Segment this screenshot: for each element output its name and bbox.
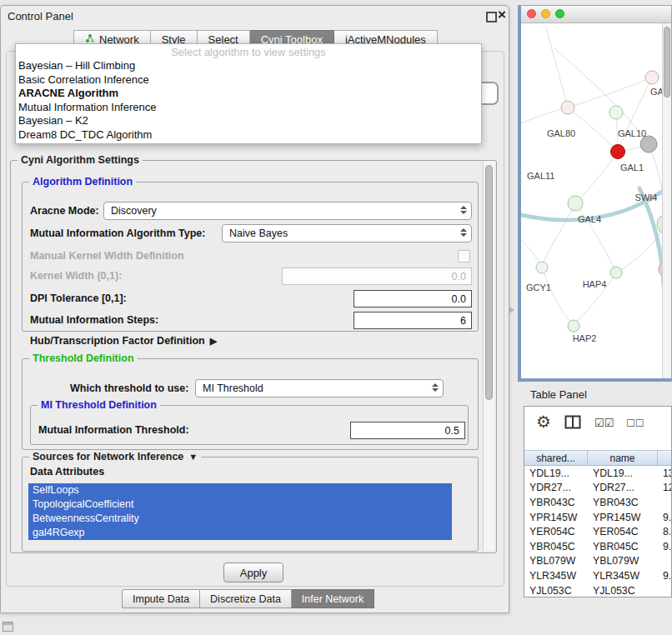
node-hub-gray[interactable]	[640, 136, 657, 152]
manual-kernel-width-checkbox	[458, 250, 470, 262]
node-selected-red[interactable]	[611, 145, 625, 159]
mi-threshold-label: Mutual Information Threshold:	[38, 421, 189, 439]
settings-scrollbar-thumb[interactable]	[485, 165, 493, 400]
network-scrollbar-thumb[interactable]	[664, 27, 670, 98]
close-icon[interactable]: ×	[498, 8, 506, 22]
cell-shared: YJL053C	[524, 583, 588, 597]
network-window-titlebar[interactable]	[521, 6, 671, 23]
node[interactable]	[536, 262, 548, 273]
cell-shared: YLR345W	[524, 568, 588, 583]
cell-value: 13	[658, 466, 671, 481]
table-row[interactable]: YBL079WYBL079W	[524, 554, 671, 569]
algorithm-option[interactable]: Mutual Information Inference	[16, 101, 481, 115]
dropdown-placeholder: Select algorithm to view settings	[16, 46, 481, 59]
splitpane-handle[interactable]	[509, 307, 514, 313]
network-scrollbar[interactable]	[662, 23, 671, 378]
attribute-item[interactable]: gal4RGexp	[28, 526, 452, 540]
selected-value: MI Threshold	[203, 382, 263, 394]
node[interactable]	[645, 71, 659, 84]
settings-scrollbar[interactable]	[483, 161, 494, 551]
which-threshold-select[interactable]: MI Threshold	[195, 379, 444, 398]
node[interactable]	[568, 320, 579, 332]
dpi-tolerance-field[interactable]: 0.0	[354, 290, 472, 308]
cell-shared: YDR27...	[524, 481, 588, 496]
column-header-name[interactable]: name	[588, 451, 658, 465]
mi-algorithm-type-select[interactable]: Naive Bayes	[222, 224, 472, 242]
zoom-traffic-light[interactable]	[555, 9, 564, 18]
selected-value: Naive Bayes	[229, 228, 288, 239]
mi-steps-field[interactable]: 6	[354, 312, 472, 329]
attribute-item[interactable]: BetweennessCentrality	[28, 512, 452, 526]
aracne-mode-select[interactable]: Discovery	[103, 202, 472, 220]
node-label: GAL11	[527, 171, 554, 181]
manual-kernel-width-label: Manual Kernel Width Definition	[30, 247, 184, 265]
cell-value: 9.	[658, 510, 671, 525]
node[interactable]	[609, 106, 623, 119]
cell-value: 12	[658, 481, 671, 496]
table-row[interactable]: YBR045CYBR045C9.	[524, 539, 671, 554]
node-label: HAP4	[583, 279, 607, 289]
table-row[interactable]: YJL053CYJL053C	[524, 583, 671, 597]
node[interactable]	[561, 101, 574, 114]
minimize-traffic-light[interactable]	[541, 9, 550, 18]
table-panel-window: ⚙ ☑☑ ☐☐ shared... name YDL19...YDL19...1…	[524, 406, 672, 598]
attribute-item[interactable]: SelfLoops	[28, 483, 452, 498]
tab-impute-data[interactable]: Impute Data	[122, 589, 200, 608]
table-row[interactable]: YER054CYER054C8.	[524, 524, 671, 539]
data-attributes-list: SelfLoops TopologicalCoefficient Between…	[28, 483, 452, 540]
table-row[interactable]: YDR27...YDR27...12	[524, 481, 671, 496]
cell-shared: YER054C	[524, 524, 588, 539]
table-row[interactable]: YBR043CYBR043C	[524, 495, 671, 510]
control-panel-title: Control Panel	[8, 10, 73, 22]
cell-name: YDR27...	[588, 481, 658, 496]
cell-shared: YDL19...	[524, 466, 588, 481]
node-label: GAL1	[620, 162, 644, 172]
close-traffic-light[interactable]	[527, 9, 536, 18]
kernel-width-label: Kernel Width (0,1):	[30, 267, 122, 285]
cell-shared: YBR043C	[524, 495, 588, 510]
columns-icon[interactable]	[564, 415, 581, 432]
float-window-icon[interactable]	[486, 12, 497, 22]
network-view-window: GAL80 GAL10 GAL11 GAL1 SWI4 GAL4 GCY1 HA…	[518, 5, 672, 382]
combo-stepper-icon	[460, 206, 467, 214]
group-title: Cyni Algorithm Settings	[18, 154, 143, 166]
hub-transcription-factor-expander[interactable]: Hub/Transcription Factor Definition ▶	[30, 335, 217, 347]
mi-threshold-field[interactable]: 0.5	[350, 422, 465, 439]
algorithm-option[interactable]: Basic Correlation Inference	[16, 73, 481, 88]
column-header-partial[interactable]	[658, 451, 671, 465]
algorithm-option[interactable]: Bayesian – Hill Climbing	[16, 59, 481, 73]
table-panel-title: Table Panel	[530, 388, 587, 401]
apply-button[interactable]: Apply	[223, 562, 283, 582]
tab-discretize-data[interactable]: Discretize Data	[200, 589, 292, 608]
node[interactable]	[568, 196, 583, 211]
cell-name: YDL19...	[588, 466, 658, 481]
mi-algorithm-type-label: Mutual Information Algorithm Type:	[30, 224, 205, 242]
network-canvas[interactable]: GAL80 GAL10 GAL11 GAL1 SWI4 GAL4 GCY1 HA…	[521, 23, 662, 378]
window-grip-icon[interactable]	[3, 622, 13, 632]
attribute-item[interactable]: TopologicalCoefficient	[28, 498, 452, 512]
unchecked-pair-icon[interactable]: ☐☐	[626, 418, 644, 429]
cell-value	[658, 583, 671, 597]
algorithm-option[interactable]: Dream8 DC_TDC Algorithm	[16, 128, 481, 142]
checked-pair-icon[interactable]: ☑☑	[594, 417, 614, 429]
aracne-mode-label: Aracne Mode:	[30, 202, 99, 220]
kernel-width-field: 0.0	[282, 268, 472, 285]
which-threshold-label: Which threshold to use:	[70, 379, 188, 398]
node-label: GAL4	[578, 214, 601, 224]
table-row[interactable]: YPR145WYPR145W9.	[524, 510, 671, 525]
tab-infer-network[interactable]: Infer Network	[292, 589, 374, 608]
algorithm-option[interactable]: Bayesian – K2	[16, 114, 481, 128]
cell-value: 9.	[658, 539, 671, 554]
desktop: Control Panel × Network Style Select Cyn…	[0, 0, 672, 635]
cell-value	[658, 495, 671, 510]
gear-icon[interactable]: ⚙	[536, 412, 551, 432]
node[interactable]	[610, 267, 622, 278]
algorithm-option-selected[interactable]: ARACNE Algorithm	[16, 87, 481, 101]
mi-steps-label: Mutual Information Steps:	[30, 311, 158, 329]
table-row[interactable]: YLR345WYLR345W9.	[524, 568, 671, 583]
sources-expander[interactable]: Sources for Network Inference ▼	[29, 451, 201, 462]
node-labels: GAL80 GAL10 GAL11 GAL1 SWI4 GAL4 GCY1 HA…	[526, 87, 662, 343]
column-header-shared-name[interactable]: shared...	[524, 451, 588, 465]
cell-name: YBL079W	[588, 554, 658, 569]
table-row[interactable]: YDL19...YDL19...13	[524, 466, 671, 481]
